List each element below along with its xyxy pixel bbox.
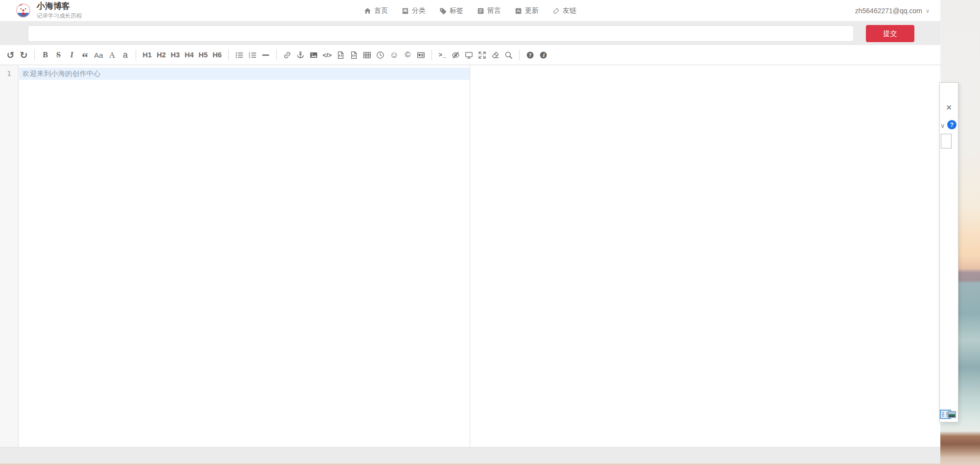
- toolbar-goto-line-button[interactable]: >_: [436, 48, 449, 62]
- image-result-icon[interactable]: [948, 411, 956, 418]
- friendlink-icon: [552, 7, 560, 15]
- toolbar-lowercase-button[interactable]: a: [119, 48, 131, 62]
- toolbar-redo-button[interactable]: ↻: [18, 48, 30, 62]
- toolbar-h2-glyph: H2: [157, 51, 166, 59]
- toolbar-h5-glyph: H5: [199, 51, 208, 59]
- help-badge-icon[interactable]: ?: [947, 120, 956, 129]
- toolbar-undo-button[interactable]: ↺: [4, 48, 17, 62]
- toolbar-divider: [34, 49, 35, 60]
- code-area[interactable]: 欢迎来到小海的创作中心: [19, 68, 470, 80]
- anchor-icon: [296, 51, 305, 59]
- toolbar-quote-button[interactable]: “: [79, 48, 91, 62]
- toolbar-list-ul-button[interactable]: [233, 48, 245, 62]
- toolbar-divider: [431, 49, 432, 60]
- clear-icon: [491, 51, 500, 59]
- toolbar-h3-button[interactable]: H3: [168, 48, 182, 62]
- toolbar-search-button[interactable]: [502, 48, 515, 62]
- nav-item-label: 标签: [450, 6, 463, 15]
- comment-icon: [477, 7, 484, 15]
- table-icon: [363, 51, 371, 59]
- toolbar-emoji-button[interactable]: ☺: [387, 48, 400, 62]
- category-icon: [402, 7, 409, 15]
- nav-item-category[interactable]: 分类: [402, 6, 426, 15]
- toolbar-h1-glyph: H1: [143, 51, 152, 59]
- close-icon[interactable]: ×: [940, 102, 958, 112]
- preview-icon: [465, 51, 473, 59]
- toolbar-preview-button[interactable]: [463, 48, 475, 62]
- toolbar-code-button[interactable]: </>: [321, 48, 334, 62]
- site-logo-avatar[interactable]: [16, 3, 30, 18]
- svg-text:?: ?: [529, 52, 532, 57]
- toolbar-pagebreak-button[interactable]: [415, 48, 427, 62]
- update-icon: [515, 7, 522, 15]
- page-footer: [0, 447, 940, 464]
- top-navbar: 小海博客 记录学习成长历程 首页分类标签留言更新友链 zh56462271@qq…: [0, 0, 940, 22]
- nav-item-friendlink[interactable]: 友链: [552, 6, 576, 15]
- hr-icon: [262, 51, 270, 59]
- toolbar-code-block-button[interactable]: [348, 48, 360, 62]
- user-email: zh56462271@qq.com: [855, 7, 922, 15]
- toolbar-fullscreen-button[interactable]: [476, 48, 488, 62]
- toolbar-link-button[interactable]: [281, 48, 293, 62]
- toolbar-divider: [276, 49, 277, 60]
- toolbar-preformatted-text-button[interactable]: [335, 48, 347, 62]
- toolbar-italic-button[interactable]: I: [66, 48, 78, 62]
- toolbar-hr-button[interactable]: [260, 48, 272, 62]
- toolbar-html-entities-button[interactable]: ©: [402, 48, 414, 62]
- toolbar-h1-button[interactable]: H1: [141, 48, 154, 62]
- toolbar-help-button[interactable]: ?: [524, 48, 536, 62]
- toolbar-divider: [228, 49, 229, 60]
- editor-workspace: 1 欢迎来到小海的创作中心: [0, 65, 940, 447]
- list-ol-icon: 123: [248, 51, 257, 59]
- toolbar-divider: [136, 49, 136, 60]
- toolbar-clear-button[interactable]: [489, 48, 502, 62]
- line-number-gutter: 1: [0, 65, 19, 447]
- chevron-down-icon[interactable]: ∨: [940, 122, 945, 129]
- toolbar-uppercase-button[interactable]: A: [106, 48, 118, 62]
- toolbar-strikethrough-glyph: S: [56, 51, 61, 59]
- site-title[interactable]: 小海博客: [37, 1, 82, 11]
- toolbar-code-glyph: </>: [323, 52, 332, 58]
- toolbar-h4-button[interactable]: H4: [183, 48, 196, 62]
- toolbar-h2-button[interactable]: H2: [155, 48, 168, 62]
- submit-button[interactable]: 提交: [866, 25, 914, 42]
- preview-pane: [470, 65, 940, 447]
- image-icon: [310, 51, 318, 59]
- nav-item-label: 留言: [487, 6, 501, 15]
- toolbar-bold-button[interactable]: B: [39, 48, 51, 62]
- toolbar-h3-glyph: H3: [170, 51, 180, 59]
- toolbar-datetime-button[interactable]: [374, 48, 386, 62]
- toolbar-h5-button[interactable]: H5: [197, 48, 210, 62]
- nav-item-tag[interactable]: 标签: [439, 6, 463, 15]
- toolbar-image-button[interactable]: [308, 48, 320, 62]
- toolbar-divider: [519, 49, 520, 60]
- toolbar-html-entities-glyph: ©: [405, 51, 410, 59]
- list-ul-icon: [235, 51, 243, 59]
- editor-active-line[interactable]: 欢迎来到小海的创作中心: [19, 68, 470, 80]
- nav-item-update[interactable]: 更新: [515, 6, 539, 15]
- code-block-icon: [350, 51, 358, 59]
- toolbar-info-button[interactable]: i: [537, 48, 550, 62]
- editor-toolbar: ↺↻BSI“AaAaH1H2H3H4H5H6123</>☺©>_?i: [0, 45, 940, 65]
- nav-item-comment[interactable]: 留言: [477, 6, 501, 15]
- toolbar-anchor-button[interactable]: [294, 48, 307, 62]
- toolbar-h6-button[interactable]: H6: [211, 48, 224, 62]
- user-menu[interactable]: zh56462271@qq.com ∨: [855, 0, 930, 22]
- brand: 小海博客 记录学习成长历程: [16, 1, 82, 20]
- post-title-input[interactable]: [28, 25, 854, 42]
- toolbar-redo-glyph: ↻: [20, 50, 28, 60]
- toolbar-h6-glyph: H6: [213, 51, 222, 59]
- toolbar-list-ol-button[interactable]: 123: [246, 48, 259, 62]
- datetime-icon: [376, 51, 384, 59]
- help-icon: ?: [526, 51, 534, 59]
- pagebreak-icon: [417, 51, 425, 59]
- popup-input[interactable]: [941, 134, 952, 148]
- nav-item-label: 分类: [412, 6, 426, 15]
- toolbar-table-button[interactable]: [361, 48, 373, 62]
- nav-item-home[interactable]: 首页: [364, 6, 388, 15]
- toolbar-strikethrough-button[interactable]: S: [52, 48, 65, 62]
- tag-icon: [439, 7, 447, 15]
- toolbar-watch-button[interactable]: [450, 48, 462, 62]
- toolbar-ucwords-button[interactable]: Aa: [92, 48, 105, 62]
- markdown-editor[interactable]: 1 欢迎来到小海的创作中心: [0, 65, 470, 447]
